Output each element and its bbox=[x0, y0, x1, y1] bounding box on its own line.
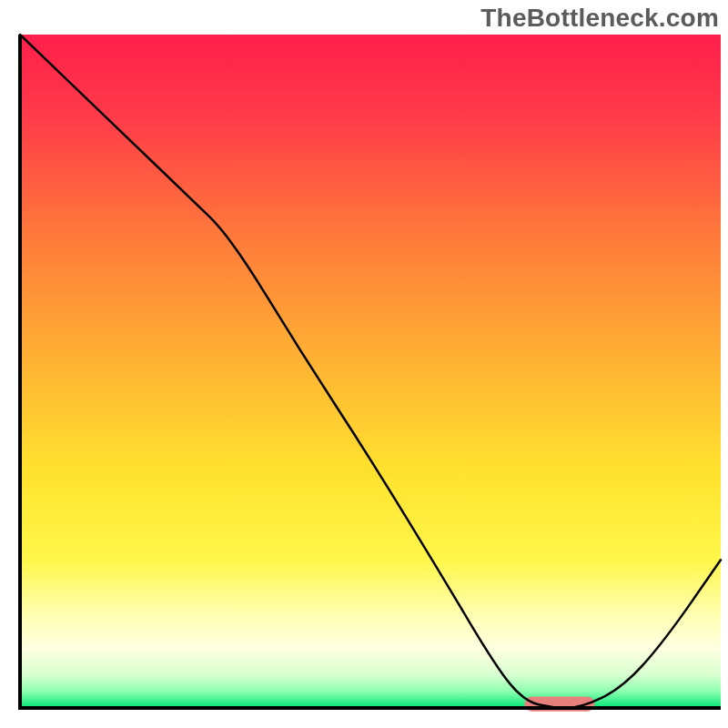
chart-container: TheBottleneck.com bbox=[0, 0, 728, 728]
chart-svg bbox=[0, 0, 728, 728]
watermark-text: TheBottleneck.com bbox=[480, 4, 719, 33]
